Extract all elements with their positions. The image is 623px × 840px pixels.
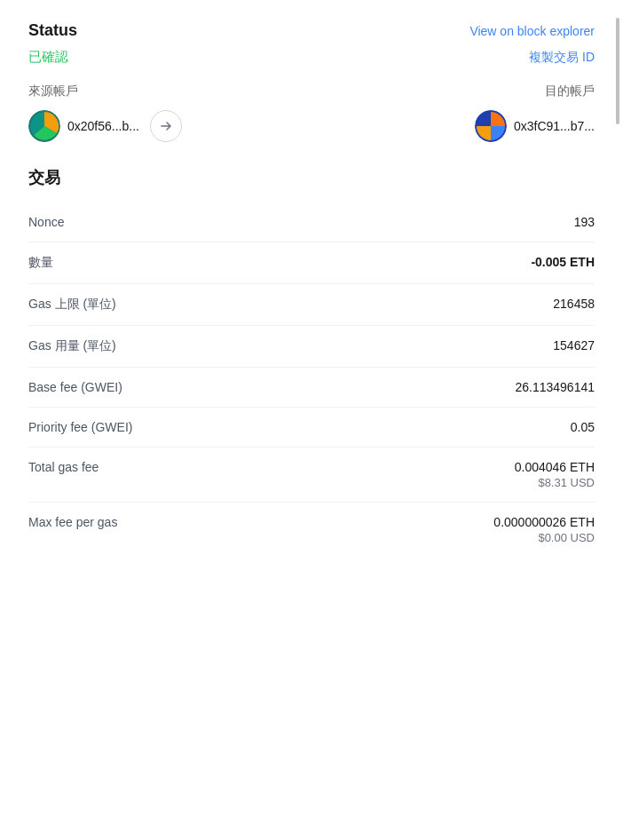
detail-value: 216458 (553, 297, 595, 311)
detail-label: 數量 (28, 255, 53, 271)
destination-account-item: 0x3fC91...b7... (475, 110, 595, 142)
table-row: Gas 上限 (單位)216458 (28, 284, 595, 326)
table-row: Gas 用量 (單位)154627 (28, 326, 595, 368)
copy-tx-button[interactable]: 複製交易 ID (529, 50, 595, 66)
accounts-header: 來源帳戶 目的帳戶 (28, 83, 595, 99)
main-container: Status View on block explorer 已確認 複製交易 I… (0, 0, 623, 840)
status-label: Status (28, 21, 77, 40)
confirmed-row: 已確認 複製交易 ID (28, 49, 595, 66)
accounts-row: 0x20f56...b... 0x3fC91...b7... (28, 110, 595, 142)
destination-address: 0x3fC91...b7... (514, 119, 595, 133)
detail-label: Gas 用量 (單位) (28, 338, 116, 354)
detail-label: Gas 上限 (單位) (28, 297, 116, 313)
destination-avatar (475, 110, 507, 142)
source-account-item: 0x20f56...b... (28, 110, 139, 142)
detail-value: 154627 (553, 338, 595, 353)
table-row: Base fee (GWEI)26.113496141 (28, 368, 595, 408)
table-row: 數量-0.005 ETH (28, 242, 595, 284)
detail-label: Total gas fee (28, 460, 99, 474)
table-row: Total gas fee0.004046 ETH$8.31 USD (28, 448, 595, 503)
view-explorer-link[interactable]: View on block explorer (469, 24, 595, 38)
detail-label: Base fee (GWEI) (28, 380, 122, 394)
detail-value: 26.113496141 (515, 380, 595, 394)
detail-label: Max fee per gas (28, 515, 117, 529)
detail-value: 193 (574, 215, 595, 229)
confirmed-status: 已確認 (28, 49, 68, 66)
source-account-header: 來源帳戶 (28, 83, 78, 99)
source-address: 0x20f56...b... (67, 119, 139, 133)
detail-value: 0.000000026 ETH$0.00 USD (493, 515, 595, 544)
detail-label: Nonce (28, 215, 64, 229)
transaction-section-title: 交易 (28, 167, 595, 188)
table-row: Priority fee (GWEI)0.05 (28, 408, 595, 448)
destination-account-header: 目的帳戶 (545, 83, 595, 99)
detail-value: 0.004046 ETH$8.31 USD (515, 460, 595, 489)
detail-sub-value: $8.31 USD (515, 476, 595, 489)
source-avatar (28, 110, 60, 142)
header-row: Status View on block explorer (28, 21, 595, 40)
detail-label: Priority fee (GWEI) (28, 420, 132, 434)
direction-arrow (150, 110, 182, 142)
transaction-details: Nonce193數量-0.005 ETHGas 上限 (單位)216458Gas… (28, 202, 595, 557)
detail-value: -0.005 ETH (531, 255, 595, 269)
table-row: Nonce193 (28, 202, 595, 242)
detail-value: 0.05 (571, 420, 595, 434)
table-row: Max fee per gas0.000000026 ETH$0.00 USD (28, 503, 595, 557)
detail-sub-value: $0.00 USD (493, 531, 595, 544)
